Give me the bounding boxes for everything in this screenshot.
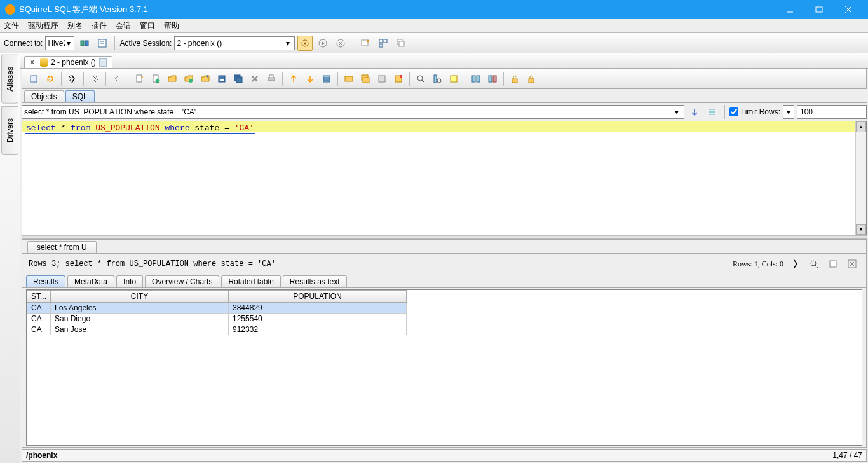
scroll-up-icon[interactable]: ▲ (856, 121, 866, 132)
sql-editor[interactable]: select * from US_POPULATION where state … (22, 121, 867, 235)
menu-aliases[interactable]: 别名 (67, 20, 83, 31)
menu-session[interactable]: 会话 (116, 20, 131, 31)
subtab-info[interactable]: Info (116, 275, 143, 287)
query-history-value[interactable] (24, 107, 672, 116)
pin-icon[interactable] (391, 71, 406, 86)
lock-open-icon[interactable] (507, 71, 522, 86)
find-icon[interactable] (413, 71, 428, 86)
query-history-combo[interactable]: ▾ (22, 105, 684, 119)
session-tab-bar: × 2 - phoenix () (20, 53, 868, 69)
session-tab-label: 2 - phoenix () (51, 58, 96, 67)
active-session-combo[interactable]: ▾ (174, 36, 295, 50)
history-back-icon[interactable] (109, 71, 125, 86)
svg-point-5 (304, 42, 306, 44)
svg-rect-46 (709, 109, 715, 110)
scroll-down-icon[interactable]: ▼ (856, 224, 866, 235)
find-result-icon[interactable] (806, 256, 822, 272)
menu-plugins[interactable]: 插件 (92, 20, 107, 31)
session-props-icon[interactable] (297, 36, 313, 51)
active-session-value[interactable] (177, 39, 283, 48)
subtab-rotated[interactable]: Rotated table (221, 275, 280, 287)
chevron-down-icon[interactable]: ▾ (283, 39, 293, 48)
run-script-icon[interactable] (87, 71, 102, 86)
cascade-icon[interactable] (393, 36, 409, 51)
sidebar-tab-aliases[interactable]: Aliases (1, 55, 18, 104)
table-row[interactable]: CASan Jose912332 (27, 324, 407, 335)
menu-file[interactable]: 文件 (4, 20, 19, 31)
workarea: × 2 - phoenix () ★ (20, 53, 868, 463)
close-result-icon[interactable] (844, 256, 860, 272)
save-icon[interactable] (214, 71, 229, 86)
graph2-icon[interactable] (485, 71, 500, 86)
menu-help[interactable]: 帮助 (164, 20, 179, 31)
delete-icon[interactable] (247, 71, 262, 86)
open-icon[interactable] (165, 71, 180, 86)
connect-to-value[interactable] (48, 39, 65, 48)
svg-rect-24 (236, 77, 242, 83)
append-file-icon[interactable] (198, 71, 213, 86)
subtab-text[interactable]: Results as text (283, 275, 347, 287)
catalog-icon[interactable] (26, 71, 41, 86)
result-tab[interactable]: select * from U (27, 241, 97, 253)
sticky-icon[interactable] (374, 71, 390, 86)
svg-text:★: ★ (366, 39, 370, 43)
connect-icon[interactable] (77, 36, 92, 51)
open-recent-icon[interactable] (181, 71, 196, 86)
menu-window[interactable]: 窗口 (140, 20, 155, 31)
session-tab[interactable]: × 2 - phoenix () (24, 56, 112, 68)
detach-icon[interactable] (825, 256, 841, 272)
print-icon[interactable] (264, 71, 279, 86)
col-header[interactable]: POPULATION (229, 291, 407, 303)
svg-rect-42 (489, 76, 492, 82)
tab-sql[interactable]: SQL (65, 90, 95, 102)
maximize-button[interactable] (804, 0, 834, 19)
mark-icon[interactable] (446, 71, 461, 86)
close-button[interactable] (834, 0, 863, 19)
subtab-overview[interactable]: Overview / Charts (145, 275, 219, 287)
editor-scrollbar[interactable]: ▲ ▼ (855, 121, 866, 235)
tab-single-icon[interactable] (341, 71, 356, 86)
rows-icon[interactable] (319, 71, 334, 86)
save-all-icon[interactable] (231, 71, 246, 86)
rerun-icon[interactable] (787, 256, 803, 272)
run-sql-icon[interactable] (65, 71, 80, 86)
chevron-down-icon[interactable]: ▾ (672, 107, 682, 116)
database-icon (40, 58, 48, 67)
tile-icon[interactable] (376, 36, 391, 51)
new-file-icon[interactable]: ★ (132, 71, 147, 86)
tab-multi-icon[interactable] (358, 71, 373, 86)
close-tab-icon[interactable]: × (30, 58, 34, 67)
history-list-icon[interactable] (705, 104, 720, 120)
minimize-button[interactable] (775, 0, 804, 19)
apply-sql-icon[interactable] (687, 104, 702, 120)
chevron-down-icon[interactable]: ▾ (65, 39, 72, 48)
limit-mode-combo[interactable]: ▾ (783, 105, 794, 119)
sidebar-tab-drivers[interactable]: Drivers (1, 106, 18, 155)
limit-rows-checkbox[interactable] (729, 107, 738, 116)
new-session-icon[interactable] (95, 36, 110, 51)
app-icon (5, 4, 15, 15)
run-icon[interactable] (315, 36, 330, 51)
subtab-results[interactable]: Results (26, 275, 65, 287)
svg-rect-30 (345, 76, 353, 81)
connect-to-combo[interactable]: ▾ (45, 36, 74, 50)
lock-icon[interactable] (524, 71, 539, 86)
subtab-metadata[interactable]: MetaData (67, 275, 114, 287)
results-grid[interactable]: ST...CITYPOPULATIONCALos Angeles3844829C… (26, 289, 862, 446)
menu-drivers[interactable]: 驱动程序 (28, 20, 58, 31)
tab-objects[interactable]: Objects (24, 90, 64, 102)
sql-editor-content[interactable]: select * from US_POPULATION where state … (25, 123, 853, 133)
table-row[interactable]: CASan Diego1255540 (27, 314, 407, 324)
stop-icon[interactable] (333, 36, 348, 51)
find-col-icon[interactable] (430, 71, 445, 86)
refresh-icon[interactable] (43, 71, 58, 86)
col-header[interactable]: ST... (27, 291, 51, 303)
limit-rows-input[interactable] (797, 105, 867, 119)
col-header[interactable]: CITY (51, 291, 229, 303)
new-win-icon[interactable]: ★ (358, 36, 373, 51)
graph-icon[interactable] (468, 71, 484, 86)
table-row[interactable]: CALos Angeles3844829 (27, 303, 407, 314)
save-as-icon[interactable] (148, 71, 163, 86)
next-result-icon[interactable] (302, 71, 318, 86)
prev-result-icon[interactable] (286, 71, 301, 86)
